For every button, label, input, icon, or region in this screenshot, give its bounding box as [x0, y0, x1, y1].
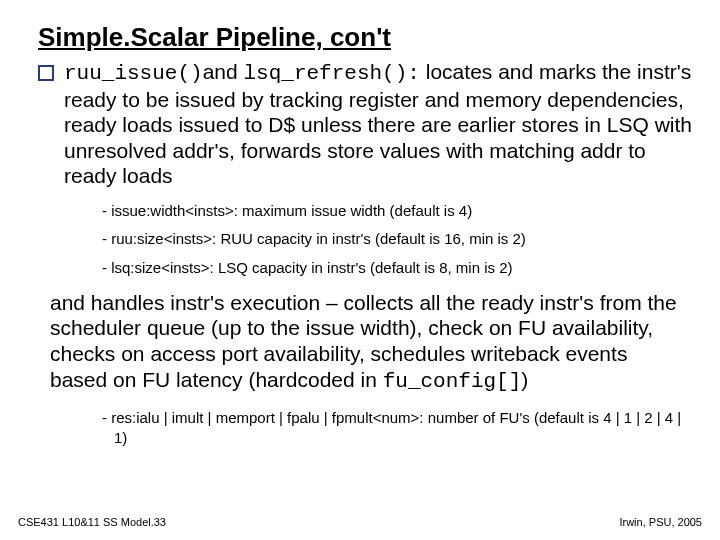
main-bullet: ruu_issue()and lsq_refresh(): locates an… [38, 59, 692, 189]
square-bullet-icon [38, 65, 54, 81]
dash-item: - issue:width<insts>: maximum issue widt… [102, 201, 692, 221]
footer-left: CSE431 L10&11 SS Model.33 [18, 516, 166, 528]
dash-item: - ruu:size<insts>: RUU capacity in instr… [102, 229, 692, 249]
dash-item: - res:ialu | imult | memport | fpalu | f… [102, 408, 692, 449]
dash-item: - lsq:size<insts>: LSQ capacity in instr… [102, 258, 692, 278]
paragraph-2: and handles instr's execution – collects… [50, 290, 692, 394]
sep-and: and [203, 60, 244, 83]
main-bullet-text: ruu_issue()and lsq_refresh(): locates an… [64, 59, 692, 189]
code-ruu-issue: ruu_issue() [64, 62, 203, 85]
slide-title: Simple.Scalar Pipeline, con't [38, 22, 692, 53]
code-fu-config: fu_config[] [383, 370, 522, 393]
para2-post: ) [521, 368, 528, 391]
dash-list-2: - res:ialu | imult | memport | fpalu | f… [102, 408, 692, 449]
footer-right: Irwin, PSU, 2005 [619, 516, 702, 528]
code-lsq-refresh: lsq_refresh(): [244, 62, 420, 85]
slide: Simple.Scalar Pipeline, con't ruu_issue(… [0, 0, 720, 540]
dash-list-1: - issue:width<insts>: maximum issue widt… [102, 201, 692, 278]
para2-pre: and handles instr's execution – collects… [50, 291, 677, 391]
